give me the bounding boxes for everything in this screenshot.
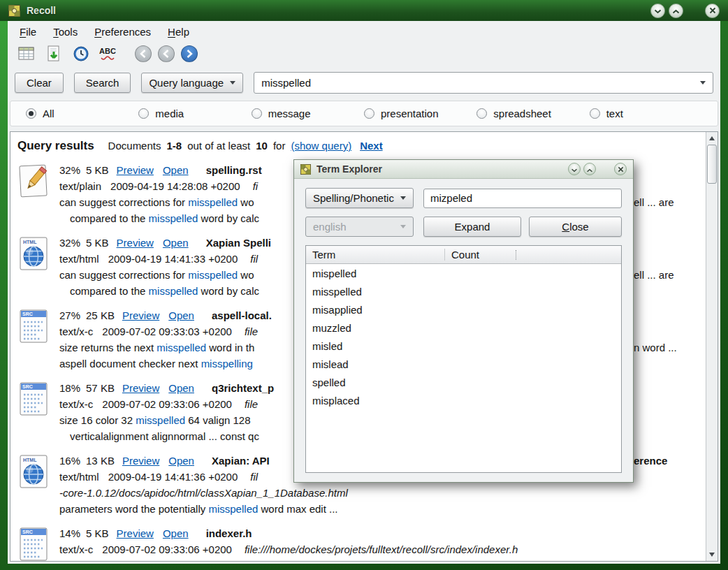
query-dropdown-icon[interactable]: [700, 81, 706, 85]
preview-link[interactable]: Preview: [122, 309, 159, 321]
count-column-header[interactable]: Count: [444, 249, 621, 261]
filter-label: media: [155, 108, 184, 119]
filter-label: text: [606, 108, 623, 119]
preview-link[interactable]: Preview: [122, 382, 159, 394]
mime-type: text/x-c: [59, 543, 93, 555]
term-column-header[interactable]: Term: [306, 249, 444, 261]
result-item: SRC14%5 KBPreviewOpenindexer.htext/x-c20…: [17, 525, 706, 561]
next-page-link[interactable]: Next: [360, 140, 383, 152]
close-x-icon: [709, 6, 716, 16]
term-row[interactable]: misled: [306, 337, 621, 355]
term-explorer-titlebar[interactable]: Term Explorer: [294, 160, 633, 179]
filter-all[interactable]: All: [26, 108, 138, 119]
forward-icon[interactable]: [181, 45, 198, 62]
dialog-minimize-button[interactable]: [568, 163, 581, 175]
term-row[interactable]: muzzled: [306, 319, 621, 337]
result-title-fragment: erence: [634, 453, 667, 469]
doc-date: 2009-04-19 14:41:33 +0200: [108, 253, 238, 265]
relevance-percent: 18%: [59, 382, 80, 394]
chevron-down-icon: [654, 6, 662, 16]
result-snippet: parameters word the potentially misspell…: [59, 501, 706, 517]
open-link[interactable]: Open: [163, 237, 189, 249]
chevron-down-icon: [571, 164, 578, 175]
doc-url: file: [245, 398, 258, 410]
file-size: 25 KB: [86, 309, 115, 321]
term-row[interactable]: misplaced: [306, 391, 621, 409]
term-row[interactable]: mislead: [306, 355, 621, 373]
open-link[interactable]: Open: [168, 309, 194, 321]
menu-file[interactable]: File: [13, 24, 43, 40]
term-row[interactable]: misspelled: [306, 282, 621, 300]
close-term-explorer-button[interactable]: Close: [529, 217, 622, 237]
search-button[interactable]: Search: [74, 73, 131, 93]
filter-spreadsheet[interactable]: spreadsheet: [476, 108, 589, 119]
open-link[interactable]: Open: [168, 455, 194, 467]
back-previous-icon[interactable]: [158, 45, 175, 62]
scroll-up-button[interactable]: [706, 133, 718, 144]
term-mode-select[interactable]: Spelling/Phonetic: [305, 188, 414, 208]
dialog-close-button[interactable]: [614, 163, 627, 175]
scroll-down-button[interactable]: [706, 549, 718, 560]
update-index-icon[interactable]: [43, 44, 64, 64]
mime-type: text/plain: [59, 180, 101, 192]
menu-preferences[interactable]: Preferences: [88, 24, 157, 40]
results-header: Query results Documents 1-8 out of at le…: [17, 139, 706, 153]
filter-label: presentation: [381, 108, 439, 119]
expand-button[interactable]: Expand: [423, 217, 521, 237]
spellcheck-abc-icon[interactable]: ABC: [98, 44, 119, 64]
docs-word: Documents: [108, 140, 161, 152]
menu-help[interactable]: Help: [161, 24, 196, 40]
radio-icon: [364, 108, 374, 119]
back-icon[interactable]: [135, 45, 152, 62]
doc-url: fil: [250, 471, 258, 483]
language-value: english: [313, 221, 347, 233]
doc-date: 2009-07-02 09:33:06 +0200: [102, 398, 232, 410]
query-combobox[interactable]: [254, 72, 713, 94]
filter-text[interactable]: text: [590, 108, 702, 119]
clear-search-icon[interactable]: [16, 44, 37, 64]
result-title: Xapian Spelli: [206, 237, 271, 249]
clear-button[interactable]: Clear: [15, 73, 64, 93]
mime-type: text/x-c: [59, 398, 93, 410]
doc-url: fi: [253, 180, 259, 192]
open-link[interactable]: Open: [163, 527, 189, 539]
dialog-maximize-button[interactable]: [583, 163, 596, 175]
filter-message[interactable]: message: [252, 108, 364, 119]
preview-link[interactable]: Preview: [122, 455, 159, 467]
file-type-src-icon: SRC: [17, 307, 50, 372]
term-table-header: Term Count: [306, 246, 621, 264]
results-scrollbar[interactable]: [706, 132, 718, 561]
file-size: 5 KB: [86, 237, 109, 249]
filter-bar: Allmediamessagepresentationspreadsheette…: [10, 101, 718, 126]
filter-presentation[interactable]: presentation: [364, 108, 476, 119]
maximize-button[interactable]: [669, 3, 683, 18]
menu-tools[interactable]: Tools: [47, 24, 84, 40]
term-row[interactable]: mispelled: [306, 264, 621, 282]
minimize-button[interactable]: [650, 3, 665, 18]
window-titlebar[interactable]: Recoll: [0, 0, 728, 21]
result-title: q3richtext_p: [212, 382, 274, 394]
history-clock-icon[interactable]: [71, 44, 92, 64]
open-link[interactable]: Open: [163, 164, 189, 176]
term-table: Term Count mispelledmisspelledmisapplied…: [305, 245, 622, 473]
triangle-down-icon: [709, 553, 715, 557]
query-mode-select[interactable]: Query language: [141, 73, 243, 93]
open-link[interactable]: Open: [168, 382, 194, 394]
chevron-up-icon: [672, 6, 680, 16]
result-body: 14%5 KBPreviewOpenindexer.htext/x-c2009-…: [59, 525, 706, 561]
filter-label: spreadsheet: [493, 108, 551, 119]
preview-link[interactable]: Preview: [117, 527, 154, 539]
query-input[interactable]: [261, 77, 700, 89]
show-query-link[interactable]: (show query): [291, 140, 351, 152]
header-splitter[interactable]: [516, 250, 516, 260]
term-row[interactable]: spelled: [306, 373, 621, 391]
term-input[interactable]: [423, 189, 622, 208]
preview-link[interactable]: Preview: [117, 164, 154, 176]
result-title: aspell-local.: [212, 309, 272, 321]
close-button[interactable]: [705, 3, 720, 18]
scrollbar-thumb[interactable]: [707, 145, 717, 184]
filter-media[interactable]: media: [138, 108, 251, 119]
term-row[interactable]: misapplied: [306, 300, 621, 319]
recoll-app-icon: [300, 164, 311, 175]
preview-link[interactable]: Preview: [117, 237, 154, 249]
